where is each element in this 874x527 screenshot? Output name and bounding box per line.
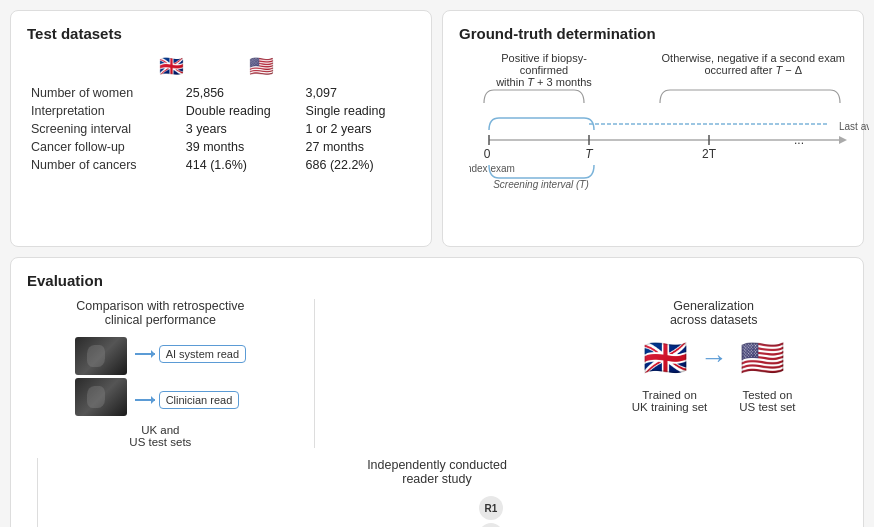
reader-bubble: R1: [479, 496, 503, 520]
evaluation-card: Evaluation Comparison with retrospective…: [10, 257, 864, 527]
eval-comparison-diagram: AI system read Clinician read: [75, 337, 246, 416]
svg-text:0: 0: [484, 147, 491, 161]
mammo-img-2: [75, 378, 127, 416]
mammo-img-1: [75, 337, 127, 375]
eval-section-comparison: Comparison with retrospectiveclinical pe…: [27, 299, 294, 448]
uk-flag-icon: 🇬🇧: [157, 52, 185, 80]
stats-row: Number of women25,8563,097: [27, 84, 415, 102]
row-us-value: 686 (22.2%): [302, 156, 415, 174]
evaluation-title: Evaluation: [27, 272, 847, 289]
row-us-value: 27 months: [302, 138, 415, 156]
svg-text:Screening interval (T): Screening interval (T): [493, 179, 589, 190]
mammo-stack-comparison: [75, 337, 127, 416]
reader-bubbles: R1R2R3R4R5R6: [479, 496, 503, 527]
tested-caption: Tested onUS test set: [739, 389, 795, 413]
timeline-svg: 0 T 2T ... Screening interval (T) Index …: [469, 110, 869, 190]
row-label: Cancer follow-up: [27, 138, 182, 156]
svg-text:T: T: [585, 147, 594, 161]
flag-row: 🇬🇧 🇺🇸: [157, 52, 415, 80]
divider-2: [37, 458, 38, 527]
row-us-value: 3,097: [302, 84, 415, 102]
positive-brace-svg: [479, 88, 589, 106]
eval-generalization-diagram: 🇬🇧 → 🇺🇸: [643, 337, 785, 379]
eval-comparison-title: Comparison with retrospectiveclinical pe…: [76, 299, 244, 327]
row-label: Number of women: [27, 84, 182, 102]
stats-row: Cancer follow-up39 months27 months: [27, 138, 415, 156]
uk-flag-big: 🇬🇧: [643, 337, 688, 379]
us-flag-big: 🇺🇸: [740, 337, 785, 379]
row-uk-value: 25,856: [182, 84, 302, 102]
svg-text:Index exam: Index exam: [469, 163, 515, 174]
right-arrow-icon: →: [700, 344, 728, 372]
reader-container: R1R2R3R4R5R6: [371, 496, 503, 527]
eval-section-reader: Independently conductedreader study: [304, 458, 571, 527]
clinician-arrow-line: [135, 399, 155, 401]
ground-truth-card: Ground-truth determination Positive if b…: [442, 10, 864, 247]
stats-row: InterpretationDouble readingSingle readi…: [27, 102, 415, 120]
row-uk-value: Double reading: [182, 102, 302, 120]
annotation-negative: Otherwise, negative if a second examoccu…: [662, 52, 845, 76]
trained-caption: Trained onUK training set: [632, 389, 707, 413]
row-label: Number of cancers: [27, 156, 182, 174]
stats-row: Number of cancers414 (1.6%)686 (22.2%): [27, 156, 415, 174]
row-us-value: Single reading: [302, 102, 415, 120]
eval-section-generalization: Generalizationacross datasets 🇬🇧 → 🇺🇸 Tr…: [580, 299, 847, 448]
svg-text:2T: 2T: [702, 147, 717, 161]
test-datasets-card: Test datasets 🇬🇧 🇺🇸 Number of women25,85…: [10, 10, 432, 247]
svg-marker-1: [839, 136, 847, 144]
stats-row: Screening interval3 years1 or 2 years: [27, 120, 415, 138]
ai-arrow: AI system read: [135, 345, 246, 363]
eval-comparison-caption: UK andUS test sets: [129, 424, 191, 448]
us-flag-icon: 🇺🇸: [247, 52, 275, 80]
arrow-box: AI system read Clinician read: [135, 345, 246, 409]
clinician-read-label: Clinician read: [159, 391, 240, 409]
row-label: Screening interval: [27, 120, 182, 138]
reader-bubble: R2: [479, 523, 503, 527]
svg-text:...: ...: [794, 133, 804, 147]
annotation-positive: Positive if biopsy-confirmedwithin T + 3…: [479, 52, 609, 88]
row-label: Interpretation: [27, 102, 182, 120]
ai-arrow-line: [135, 353, 155, 355]
ground-truth-title: Ground-truth determination: [459, 25, 847, 42]
eval-reader-title: Independently conductedreader study: [367, 458, 507, 486]
eval-generalization-title: Generalizationacross datasets: [670, 299, 758, 327]
test-datasets-title: Test datasets: [27, 25, 415, 42]
stats-table: Number of women25,8563,097Interpretation…: [27, 84, 415, 174]
ai-read-label: AI system read: [159, 345, 246, 363]
row-us-value: 1 or 2 years: [302, 120, 415, 138]
svg-text:Last available data: Last available data: [839, 121, 869, 132]
negative-brace-svg: [655, 88, 845, 106]
clinician-arrow: Clinician read: [135, 391, 240, 409]
row-uk-value: 39 months: [182, 138, 302, 156]
eval-grid: Comparison with retrospectiveclinical pe…: [27, 299, 847, 527]
row-uk-value: 3 years: [182, 120, 302, 138]
divider-1: [314, 299, 315, 448]
row-uk-value: 414 (1.6%): [182, 156, 302, 174]
